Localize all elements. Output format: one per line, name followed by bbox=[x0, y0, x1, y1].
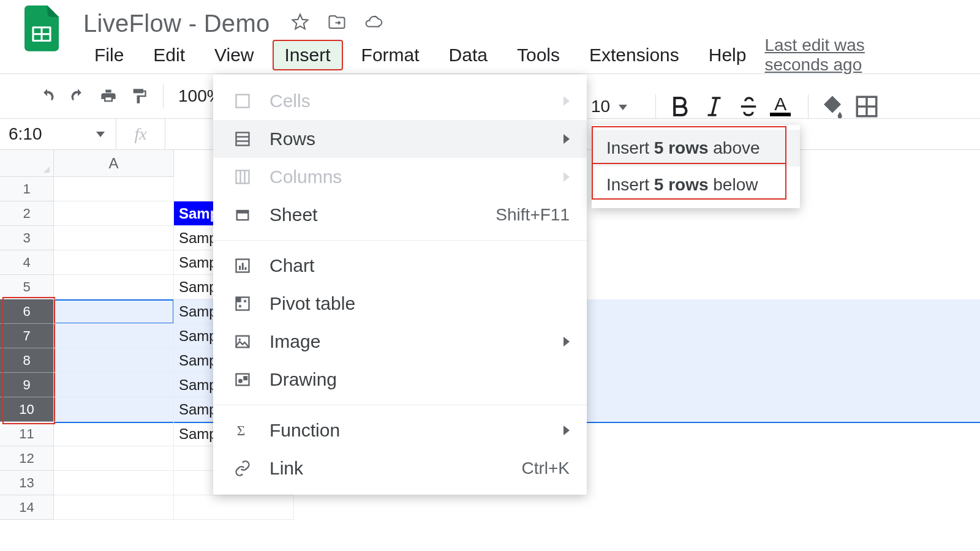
row-header[interactable]: 8 bbox=[0, 348, 54, 373]
insert-image-label: Image bbox=[270, 331, 320, 352]
cell[interactable] bbox=[54, 446, 174, 471]
move-icon[interactable] bbox=[328, 13, 346, 34]
svg-rect-27 bbox=[243, 376, 247, 380]
paint-format-button[interactable] bbox=[126, 83, 152, 109]
sheets-logo bbox=[24, 6, 59, 48]
row-header[interactable]: 12 bbox=[0, 446, 54, 471]
cell[interactable] bbox=[174, 495, 294, 520]
svg-rect-8 bbox=[236, 95, 249, 108]
redo-button[interactable] bbox=[65, 83, 91, 109]
svg-rect-4 bbox=[43, 35, 50, 40]
row-header[interactable]: 7 bbox=[0, 324, 54, 348]
bold-button[interactable] bbox=[667, 94, 693, 119]
cell[interactable] bbox=[54, 471, 174, 495]
undo-button[interactable] bbox=[34, 83, 60, 109]
insert-chart[interactable]: Chart bbox=[213, 247, 587, 285]
insert-drawing[interactable]: Drawing bbox=[213, 361, 587, 399]
pivot-icon bbox=[230, 295, 255, 312]
insert-link-shortcut: Ctrl+K bbox=[521, 459, 570, 478]
cell[interactable] bbox=[54, 495, 174, 520]
menu-view[interactable]: View bbox=[203, 41, 265, 69]
drawing-icon bbox=[230, 371, 255, 388]
cell[interactable] bbox=[54, 373, 174, 397]
menu-data[interactable]: Data bbox=[438, 41, 499, 69]
insert-columns: Columns bbox=[213, 158, 587, 196]
print-button[interactable] bbox=[96, 83, 121, 109]
text-color-button[interactable]: A bbox=[770, 97, 791, 116]
svg-rect-16 bbox=[237, 211, 249, 214]
row-header[interactable]: 5 bbox=[0, 275, 54, 299]
document-title[interactable]: LiveFlow - Demo bbox=[83, 10, 270, 37]
chevron-right-icon bbox=[564, 337, 570, 347]
menu-extensions[interactable]: Extensions bbox=[578, 41, 690, 69]
svg-rect-9 bbox=[236, 133, 249, 146]
row-header[interactable]: 14 bbox=[0, 495, 54, 520]
insert-function-label: Function bbox=[270, 420, 340, 441]
fill-color-button[interactable] bbox=[820, 94, 845, 119]
cell[interactable] bbox=[54, 201, 174, 226]
insert-cells-label: Cells bbox=[270, 91, 311, 111]
cell[interactable] bbox=[54, 397, 174, 422]
cell[interactable] bbox=[54, 348, 174, 373]
row-header[interactable]: 4 bbox=[0, 250, 54, 275]
insert-pivot-label: Pivot table bbox=[270, 293, 355, 314]
font-size-dropdown-icon[interactable] bbox=[619, 105, 627, 110]
menu-insert[interactable]: Insert bbox=[273, 40, 343, 70]
select-all-corner[interactable] bbox=[0, 150, 54, 177]
cell[interactable] bbox=[54, 422, 174, 446]
row-header[interactable]: 1 bbox=[0, 177, 54, 201]
chevron-right-icon bbox=[564, 172, 570, 182]
star-icon[interactable] bbox=[291, 13, 309, 34]
italic-button[interactable] bbox=[701, 94, 727, 119]
cell[interactable] bbox=[54, 275, 174, 299]
row-header[interactable]: 3 bbox=[0, 226, 54, 250]
row-header[interactable]: 10 bbox=[0, 397, 54, 422]
svg-rect-19 bbox=[242, 263, 244, 270]
cloud-icon[interactable] bbox=[364, 13, 383, 34]
svg-rect-3 bbox=[34, 35, 41, 40]
insert-link[interactable]: Link Ctrl+K bbox=[213, 449, 587, 487]
svg-text:Σ: Σ bbox=[237, 422, 246, 438]
insert-pivot-table[interactable]: Pivot table bbox=[213, 285, 587, 323]
column-header[interactable]: A bbox=[54, 150, 174, 177]
row-header[interactable]: 2 bbox=[0, 201, 54, 226]
cell[interactable] bbox=[54, 177, 174, 201]
insert-chart-label: Chart bbox=[270, 255, 314, 276]
menu-help[interactable]: Help bbox=[698, 41, 758, 69]
insert-sheet-shortcut: Shift+F11 bbox=[496, 205, 570, 225]
insert-drawing-label: Drawing bbox=[270, 369, 337, 390]
insert-function[interactable]: Σ Function bbox=[213, 411, 587, 449]
insert-rows[interactable]: Rows bbox=[213, 120, 587, 158]
columns-icon bbox=[230, 168, 255, 186]
row-header[interactable]: 11 bbox=[0, 422, 54, 446]
cell[interactable] bbox=[54, 250, 174, 275]
chevron-right-icon bbox=[564, 425, 570, 435]
menu-tools[interactable]: Tools bbox=[506, 41, 571, 69]
insert-sheet[interactable]: Sheet Shift+F11 bbox=[213, 196, 587, 234]
insert-menu-dropdown: Cells Rows Columns Sheet Shift+F11 Chart… bbox=[213, 75, 587, 495]
insert-rows-above[interactable]: Insert 5 rows above bbox=[592, 130, 800, 167]
borders-button[interactable] bbox=[854, 94, 880, 119]
cell[interactable] bbox=[54, 324, 174, 348]
name-box-dropdown-icon[interactable] bbox=[96, 132, 105, 137]
last-edit-link[interactable]: Last edit was seconds ago bbox=[764, 36, 870, 75]
row-header[interactable]: 9 bbox=[0, 373, 54, 397]
cell[interactable] bbox=[54, 299, 174, 324]
row-header[interactable]: 6 bbox=[0, 299, 54, 324]
insert-link-label: Link bbox=[270, 458, 303, 479]
insert-rows-label: Rows bbox=[270, 129, 315, 149]
menu-file[interactable]: File bbox=[83, 41, 135, 69]
menu-edit[interactable]: Edit bbox=[142, 41, 196, 69]
strikethrough-button[interactable] bbox=[736, 94, 761, 119]
chevron-right-icon bbox=[564, 96, 570, 106]
name-box-value: 6:10 bbox=[9, 124, 42, 144]
font-size[interactable]: 10 bbox=[591, 97, 610, 116]
svg-rect-22 bbox=[236, 298, 241, 302]
insert-rows-below[interactable]: Insert 5 rows below bbox=[592, 167, 800, 203]
cell[interactable] bbox=[54, 226, 174, 250]
menu-format[interactable]: Format bbox=[350, 41, 431, 69]
name-box[interactable]: 6:10 bbox=[0, 119, 116, 149]
svg-rect-2 bbox=[43, 28, 50, 33]
row-header[interactable]: 13 bbox=[0, 471, 54, 495]
insert-image[interactable]: Image bbox=[213, 323, 587, 361]
